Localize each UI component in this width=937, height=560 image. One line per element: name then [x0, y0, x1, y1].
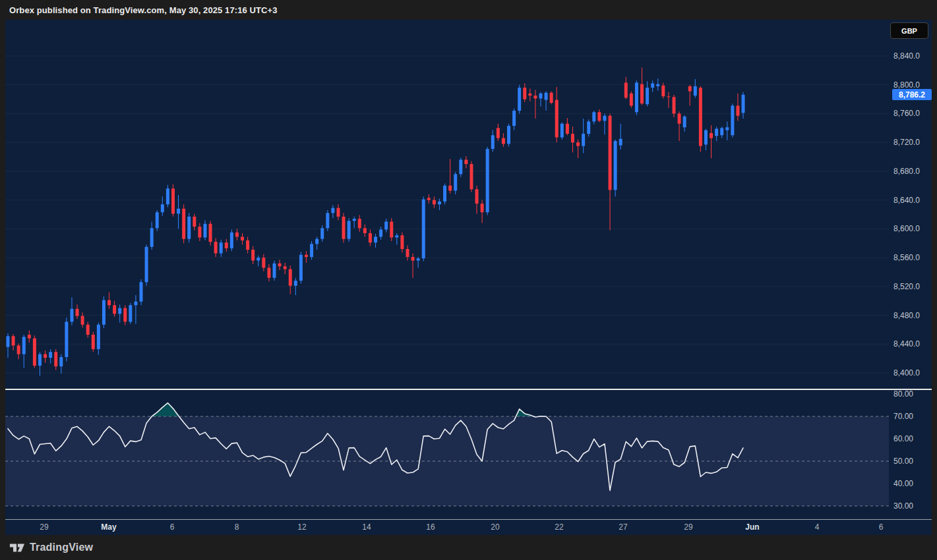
time-axis-separator: [5, 519, 932, 520]
chart-area: 29May6812141620222729Jun46 8,840.08,800.…: [5, 20, 932, 535]
price-axis-label: 8,600.0: [893, 224, 930, 233]
rsi-axis-label: 50.00: [893, 457, 930, 466]
price-pane-canvas[interactable]: [5, 20, 932, 389]
time-axis-label: 6: [152, 522, 193, 532]
time-axis[interactable]: 29May6812141620222729Jun46: [5, 520, 932, 535]
price-axis-label: 8,480.0: [893, 311, 930, 320]
price-axis-label: 8,440.0: [893, 339, 930, 349]
tradingview-wordmark: TradingView: [30, 542, 93, 553]
price-axis-label: 8,520.0: [893, 282, 930, 291]
time-axis-label: 27: [603, 522, 644, 532]
time-axis-label: Jun: [732, 522, 773, 532]
time-axis-label: 12: [282, 522, 322, 532]
time-axis-label: 22: [539, 522, 580, 532]
rsi-pane-canvas[interactable]: [5, 390, 932, 519]
tradingview-logo[interactable]: TradingView: [0, 541, 93, 554]
price-axis-label: 8,840.0: [893, 51, 930, 61]
time-axis-label: 14: [346, 522, 387, 532]
rsi-axis-label: 70.00: [893, 412, 930, 421]
price-axis-label: 8,640.0: [893, 196, 930, 205]
currency-badge[interactable]: GBP: [890, 22, 928, 39]
rsi-axis-label: 30.00: [893, 501, 930, 511]
time-axis-label: May: [88, 522, 129, 532]
price-axis-label: 8,680.0: [893, 167, 930, 176]
last-price-label: 8,786.2: [892, 89, 932, 100]
rsi-axis-label: 40.00: [893, 479, 930, 488]
price-axis-label: 8,400.0: [893, 368, 930, 378]
header-bar: Orbex published on TradingView.com, May …: [0, 0, 937, 20]
time-axis-label: 8: [216, 522, 257, 532]
footer-bar: TradingView: [0, 535, 937, 560]
price-axis-label: 8,560.0: [893, 253, 930, 262]
pane-separator[interactable]: [5, 389, 932, 390]
price-axis-label: 8,760.0: [893, 109, 930, 118]
time-axis-label: 16: [410, 522, 451, 532]
currency-badge-label: GBP: [901, 27, 917, 35]
price-axis-label: 8,720.0: [893, 138, 930, 147]
time-axis-label: 29: [24, 522, 65, 532]
price-axis-label: 8,800.0: [893, 80, 930, 90]
time-axis-label: 20: [475, 522, 516, 532]
tradingview-icon: [9, 541, 25, 554]
time-axis-label: 4: [797, 522, 837, 532]
rsi-axis-label: 80.00: [893, 389, 930, 399]
publication-title: Orbex published on TradingView.com, May …: [0, 5, 278, 15]
tradingview-published-chart: Orbex published on TradingView.com, May …: [0, 0, 937, 560]
time-axis-label: 29: [668, 522, 709, 532]
time-axis-label: 6: [861, 522, 901, 532]
rsi-axis-label: 60.00: [893, 434, 930, 443]
